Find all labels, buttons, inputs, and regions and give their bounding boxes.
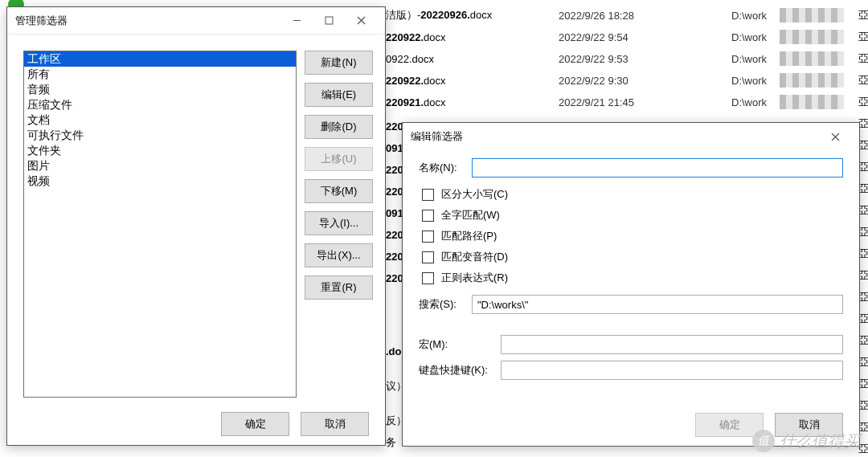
filter-item[interactable]: 工作区 xyxy=(24,51,296,67)
partial-text: 091 xyxy=(386,207,403,219)
filter-item[interactable]: 所有 xyxy=(24,67,296,82)
edit-close-button[interactable] xyxy=(819,125,851,148)
partial-text: 220 xyxy=(386,186,403,198)
edit-titlebar[interactable]: 编辑筛选器 xyxy=(403,123,859,150)
reset-button[interactable]: 重置(R) xyxy=(305,275,373,300)
row-edge xyxy=(858,92,868,112)
filter-item[interactable]: 图片 xyxy=(24,158,296,173)
manage-titlebar[interactable]: 管理筛选器 xyxy=(7,7,385,35)
file-name: 220922.docx xyxy=(386,75,547,87)
search-label: 搜索(S): xyxy=(419,297,472,312)
manage-cancel-button[interactable]: 取消 xyxy=(301,412,369,436)
filters-listbox[interactable]: 工作区所有音频压缩文件文档可执行文件文件夹图片视频 xyxy=(23,51,297,398)
redacted-area xyxy=(780,95,844,109)
import-button[interactable]: 导入(I)... xyxy=(305,211,373,235)
partial-text: 务 xyxy=(386,435,396,450)
move-down-button[interactable]: 下移(M) xyxy=(305,179,373,203)
file-name: 洁版）-20220926.docx xyxy=(386,8,547,22)
partial-text: .do xyxy=(386,345,402,357)
edit-title: 编辑筛选器 xyxy=(411,129,463,144)
file-date: 2022/9/22 9:54 xyxy=(559,31,687,43)
export-button[interactable]: 导出(X)... xyxy=(305,243,373,267)
redacted-area xyxy=(780,8,844,22)
edit-button[interactable]: 编辑(E) xyxy=(305,83,373,107)
row-edge xyxy=(858,70,868,91)
side-buttons: 新建(N) 编辑(E) 删除(D) 上移(U) 下移(M) 导入(I)... 导… xyxy=(305,51,373,300)
row-edge xyxy=(858,27,868,47)
file-name: 220921.docx xyxy=(386,96,547,108)
chk-diacritic-label: 匹配变音符(D) xyxy=(441,250,508,264)
file-date: 2022/9/21 21:45 xyxy=(559,96,687,108)
window-controls xyxy=(280,10,377,32)
redacted-area xyxy=(780,51,844,66)
manage-ok-button[interactable]: 确定 xyxy=(221,412,289,436)
chk-case-label: 区分大小写(C) xyxy=(441,187,508,202)
chk-path-label: 匹配路径(P) xyxy=(441,229,497,243)
hotkey-label: 键盘快捷键(K): xyxy=(419,363,501,377)
move-up-button: 上移(U) xyxy=(305,147,373,171)
file-name: 220922.docx xyxy=(386,31,547,43)
close-button[interactable] xyxy=(345,10,377,32)
minimize-button[interactable] xyxy=(280,10,313,32)
partial-text: 220 xyxy=(386,229,403,241)
name-label: 名称(N): xyxy=(419,161,472,175)
partial-text: 220 xyxy=(386,251,403,263)
svg-rect-1 xyxy=(326,17,333,24)
chk-regex-label: 正则表达式(R) xyxy=(441,271,508,285)
filter-item[interactable]: 视频 xyxy=(24,173,296,189)
chk-whole[interactable] xyxy=(422,210,434,222)
manage-filters-dialog: 管理筛选器 工作区所有音频压缩文件文档可执行文件文件夹图片视频 新建(N) 编辑… xyxy=(6,6,386,446)
row-edge xyxy=(858,48,868,69)
name-input[interactable] xyxy=(472,158,843,177)
redacted-area xyxy=(780,73,844,88)
chk-whole-label: 全字匹配(W) xyxy=(441,208,500,222)
file-date: 2022/9/22 9:53 xyxy=(559,53,687,65)
edit-window-controls xyxy=(819,125,851,148)
macro-label: 宏(M): xyxy=(419,337,501,352)
filter-item[interactable]: 可执行文件 xyxy=(24,128,296,143)
chk-case[interactable] xyxy=(422,189,434,201)
redacted-area xyxy=(780,30,844,44)
chk-regex[interactable] xyxy=(422,272,434,284)
hotkey-input[interactable] xyxy=(501,361,843,380)
new-button[interactable]: 新建(N) xyxy=(305,51,373,75)
search-input[interactable] xyxy=(472,295,843,314)
delete-button[interactable]: 删除(D) xyxy=(305,115,373,139)
watermark-text: 什么值得买 xyxy=(780,430,860,452)
maximize-button[interactable] xyxy=(313,10,345,32)
row-edge xyxy=(858,5,868,26)
edit-filter-dialog: 编辑筛选器 名称(N): 区分大小写(C) 全字匹配(W) 匹配路径(P) 匹配… xyxy=(402,122,860,447)
filter-item[interactable]: 文档 xyxy=(24,112,296,128)
file-name: 0922.docx xyxy=(386,53,547,65)
partial-text: 220 xyxy=(386,164,403,176)
partial-text: 091 xyxy=(386,142,403,154)
filter-item[interactable]: 压缩文件 xyxy=(24,97,296,112)
file-date: 2022/9/26 18:28 xyxy=(559,10,687,22)
manage-title: 管理筛选器 xyxy=(15,14,68,28)
chk-path[interactable] xyxy=(422,231,434,243)
manage-bottom-buttons: 确定 取消 xyxy=(7,403,385,445)
watermark: 值 什么值得买 xyxy=(752,430,860,452)
chk-diacritic[interactable] xyxy=(422,251,434,263)
file-date: 2022/9/22 9:30 xyxy=(559,75,687,87)
macro-input[interactable] xyxy=(501,335,843,354)
watermark-icon: 值 xyxy=(752,430,775,452)
filter-item[interactable]: 音频 xyxy=(24,82,296,97)
partial-text: 220 xyxy=(386,120,403,133)
filter-item[interactable]: 文件夹 xyxy=(24,143,296,158)
partial-text: 220 xyxy=(386,272,403,284)
